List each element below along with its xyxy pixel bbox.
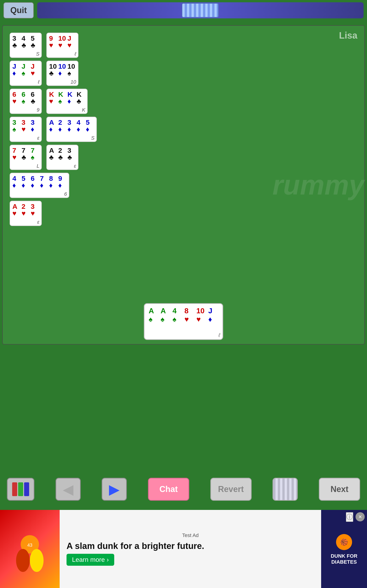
quit-button[interactable]: Quit [3, 2, 34, 18]
card-jd: J ♦ [12, 63, 21, 81]
meld-group-1[interactable]: 3 ♣ 4 ♣ 5 ♣ S [10, 33, 42, 58]
bottom-controls: ◀ ▶ Chat Revert Next [0, 471, 367, 508]
card-4c: 4 ♣ [22, 35, 30, 53]
hand-card-8h[interactable]: 8 ♥ [184, 307, 194, 324]
svg-point-2 [30, 549, 44, 572]
card-row-3: 6 ♥ 6 ♠ 6 ♣ 9 K ♥ K [10, 89, 357, 114]
next-button[interactable]: Next [319, 478, 360, 501]
color-button[interactable] [7, 478, 34, 501]
meld-group-2[interactable]: 9 ♥ 10 ♥ J ♥ ℓ [46, 33, 78, 58]
card-3d: 3 ♦ [31, 119, 39, 137]
meld-group-12[interactable]: A ♥ 2 ♥ 3 ♥ ε [10, 201, 42, 226]
card-6s: 6 ♠ [22, 91, 30, 109]
card-row-5: 7 ♥ 7 ♣ 7 ♠ L A ♣ 2 [10, 145, 357, 170]
card-3c2: 3 ♣ [67, 147, 76, 165]
ad-illustration: 43 [9, 526, 50, 572]
meld-group-8[interactable]: A ♦ 2 ♦ 3 ♦ 4 ♦ 5 ♦ S [46, 117, 97, 142]
forward-button[interactable]: ▶ [102, 478, 127, 501]
card-kc: K ♣ [77, 91, 85, 109]
card-jh: J ♥ [67, 35, 76, 53]
card-5c: 5 ♣ [31, 35, 39, 53]
ad-banner: 43 Test Ad A slam dunk for a brighter fu… [0, 510, 367, 588]
hand-card-jd[interactable]: J ♦ [208, 307, 218, 324]
card-3d2: 3 ♦ [67, 119, 76, 137]
revert-button[interactable]: Revert [210, 478, 252, 501]
card-row-4: 3 ♠ 3 ♥ 3 ♦ ε A ♦ 2 [10, 117, 357, 142]
card-3h: 3 ♥ [22, 119, 30, 137]
card-6d: 6 ♦ [31, 175, 39, 193]
hand-card-4s[interactable]: 4 ♠ [173, 307, 183, 324]
card-js: J ♠ [22, 63, 30, 81]
card-6c: 6 ♣ [31, 91, 39, 109]
card-5d: 5 ♦ [86, 119, 94, 137]
meld-group-6[interactable]: K ♥ K ♠ K ♦ K ♣ K [46, 89, 88, 114]
deck-area[interactable] [37, 2, 364, 18]
ad-close-button[interactable]: ✕ [356, 512, 365, 521]
player-name-label: Lisa [339, 30, 357, 41]
hand-card-as1[interactable]: A ♠ [149, 307, 159, 324]
meld-group-5[interactable]: 6 ♥ 6 ♠ 6 ♣ 9 [10, 89, 42, 114]
card-8d: 8 ♦ [49, 175, 57, 193]
card-7s: 7 ♠ [31, 147, 39, 165]
red-stripe [12, 482, 17, 496]
card-kh: K ♥ [49, 91, 57, 109]
hand-area: A ♠ A ♠ 4 ♠ 8 ♥ 10 ♥ J ♦ ℓ [0, 299, 367, 345]
back-button[interactable]: ◀ [56, 478, 81, 501]
hand-card-as2[interactable]: A ♠ [161, 307, 171, 324]
hand-card-10h[interactable]: 10 ♥ [196, 307, 206, 324]
card-ks: K ♠ [58, 91, 67, 109]
ad-title-text: A slam dunk for a brighter future. [67, 541, 314, 551]
ad-image: 43 [0, 510, 60, 588]
meld-group-7[interactable]: 3 ♠ 3 ♥ 3 ♦ ε [10, 117, 42, 142]
card-jh2: J ♥ [31, 63, 39, 81]
card-kd: K ♦ [67, 91, 76, 109]
card-2d: 2 ♦ [58, 119, 67, 137]
card-3s: 3 ♠ [12, 119, 21, 137]
card-3h2: 3 ♥ [31, 203, 39, 221]
ad-logo-text: DUNK FOR DIABETES [321, 553, 367, 565]
card-2c: 2 ♣ [58, 147, 67, 165]
svg-text:🏀: 🏀 [340, 538, 348, 546]
meld-group-4[interactable]: 10 ♣ 10 ♦ 10 ♠ 10 [46, 61, 78, 86]
card-4d2: 4 ♦ [12, 175, 21, 193]
meld-group-10[interactable]: A ♣ 2 ♣ 3 ♣ ε [46, 145, 78, 170]
card-5d2: 5 ♦ [22, 175, 30, 193]
meld-group-11[interactable]: 4 ♦ 5 ♦ 6 ♦ 7 ♦ 8 ♦ [10, 173, 69, 198]
card-row-7: A ♥ 2 ♥ 3 ♥ ε [10, 201, 357, 226]
card-7c: 7 ♣ [22, 147, 30, 165]
card-row-2: J ♦ J ♠ J ♥ ℓ 10 ♣ 10 [10, 61, 357, 86]
card-groups-container: 3 ♣ 4 ♣ 5 ♣ S 9 ♥ 10 [7, 30, 360, 228]
card-10d: 10 ♦ [58, 63, 67, 81]
top-bar: Quit [0, 0, 367, 21]
card-10c: 10 ♣ [49, 63, 57, 81]
deck-pile [182, 3, 219, 17]
chat-button[interactable]: Chat [148, 478, 189, 501]
ad-logo-area: 🏀 DUNK FOR DIABETES [321, 510, 367, 588]
card-4d: 4 ♦ [77, 119, 85, 137]
back-arrow-icon: ◀ [63, 481, 73, 497]
svg-text:43: 43 [27, 543, 32, 548]
card-9d: 9 ♦ [58, 175, 67, 193]
color-stripes [10, 481, 31, 498]
forward-arrow-icon: ▶ [109, 481, 119, 497]
ad-info-button[interactable]: ⓘ [346, 512, 353, 522]
card-ad: A ♦ [49, 119, 57, 137]
card-2h: 2 ♥ [22, 203, 30, 221]
card-7h: 7 ♥ [12, 147, 21, 165]
meld-group-3[interactable]: J ♦ J ♠ J ♥ ℓ [10, 61, 42, 86]
svg-point-1 [16, 549, 30, 572]
ad-logo-icon: 🏀 [335, 533, 353, 551]
card-row-1: 3 ♣ 4 ♣ 5 ♣ S 9 ♥ 10 [10, 33, 357, 58]
ad-content: Test Ad A slam dunk for a brighter futur… [60, 528, 321, 570]
draw-pile-button[interactable] [273, 478, 298, 501]
meld-group-9[interactable]: 7 ♥ 7 ♣ 7 ♠ L [10, 145, 42, 170]
ad-cta-button[interactable]: Learn more › [67, 554, 114, 566]
hand-cards-container[interactable]: A ♠ A ♠ 4 ♠ 8 ♥ 10 ♥ J ♦ ℓ [144, 303, 223, 340]
card-ac: A ♣ [49, 147, 57, 165]
ad-test-label: Test Ad [67, 532, 314, 538]
card-row-6: 4 ♦ 5 ♦ 6 ♦ 7 ♦ 8 ♦ [10, 173, 357, 198]
card-3c: 3 ♣ [12, 35, 21, 53]
blue-stripe [24, 482, 29, 496]
play-area: Lisa rummy 3 ♣ 4 ♣ 5 ♣ S [2, 25, 365, 345]
card-10s: 10 ♠ [67, 63, 76, 81]
